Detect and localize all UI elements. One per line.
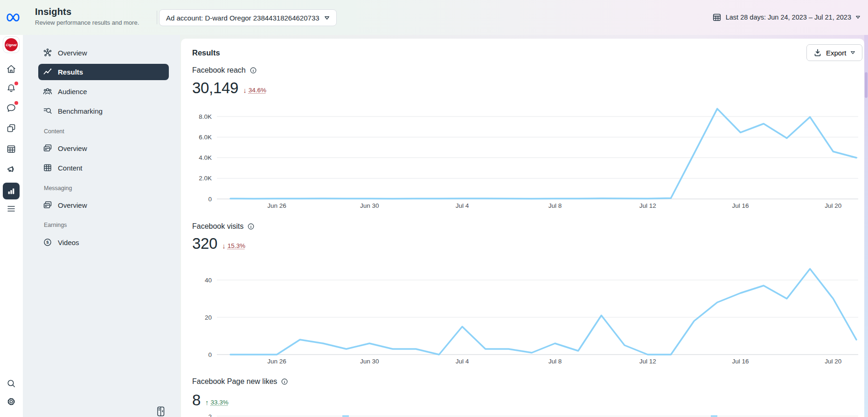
benchmark-search-icon [43, 106, 52, 116]
sidebar-item-content-overview[interactable]: Overview [38, 140, 169, 157]
svg-text:0: 0 [208, 196, 212, 203]
top-bar: Insights Review performance results and … [0, 0, 868, 35]
sidebar-section-earnings: Earnings [44, 222, 67, 228]
sidebar-item-label: Overview [58, 144, 87, 152]
meta-business-suite-insights: Insights Review performance results and … [0, 0, 868, 417]
messages-icon[interactable] [3, 100, 20, 116]
up-arrow-icon: ↑ [205, 398, 209, 406]
message-badge [14, 101, 18, 105]
info-icon[interactable] [247, 223, 255, 230]
page-scroll-track[interactable] [864, 35, 868, 417]
download-icon [813, 48, 822, 57]
metric-visits-label: Facebook visits [192, 222, 255, 231]
sidebar-item-messaging-overview[interactable]: Overview [38, 197, 169, 213]
info-icon[interactable] [250, 67, 257, 74]
svg-text:Jul 16: Jul 16 [732, 358, 749, 365]
scrollbar-thumb[interactable] [865, 72, 868, 98]
page-subtitle: Review performance results and more. [35, 19, 139, 26]
sidebar-item-label: Videos [58, 239, 79, 246]
metric-value: 30,149 [192, 80, 238, 96]
sidebar-item-benchmarking[interactable]: Benchmarking [38, 103, 169, 119]
sidebar-item-overview[interactable]: Overview [38, 45, 169, 61]
search-icon[interactable] [3, 375, 20, 392]
metric-visits-value-row: 320 ↓ 15.3% [192, 235, 245, 252]
svg-text:Jul 16: Jul 16 [732, 202, 749, 209]
collapse-sidebar-icon[interactable] [157, 406, 165, 417]
reach-line-chart[interactable]: 02.0K4.0K6.0K8.0KJun 26Jun 30Jul 4Jul 8J… [181, 106, 864, 212]
svg-text:Jul 4: Jul 4 [456, 358, 469, 365]
sidebar-section-messaging: Messaging [44, 185, 72, 191]
chevron-down-icon [324, 16, 330, 20]
insights-icon[interactable] [3, 183, 20, 199]
ads-icon[interactable] [3, 161, 20, 178]
svg-text:0: 0 [208, 351, 212, 358]
export-label: Export [826, 49, 846, 57]
hub-icon [43, 48, 52, 57]
svg-text:20: 20 [205, 314, 212, 321]
avatar-logo: Cignal [5, 38, 18, 51]
metric-title: Facebook visits [192, 222, 243, 231]
metric-title: Facebook Page new likes [192, 377, 277, 386]
export-button[interactable]: Export [806, 44, 862, 61]
home-icon[interactable] [3, 61, 20, 77]
sidebar-section-content: Content [44, 128, 64, 135]
sidebar-item-label: Audience [58, 88, 87, 96]
svg-text:Jul 4: Jul 4 [456, 202, 469, 209]
svg-text:Jun 30: Jun 30 [360, 202, 379, 209]
svg-text:Jul 12: Jul 12 [639, 358, 656, 365]
info-icon[interactable] [281, 378, 288, 385]
sidebar-item-results[interactable]: Results [38, 64, 169, 80]
notifications-icon[interactable] [3, 80, 20, 97]
sidebar-item-label: Results [58, 68, 83, 76]
down-arrow-icon: ↓ [222, 242, 226, 250]
metric-new-likes-label: Facebook Page new likes [192, 377, 288, 386]
delta-percent[interactable]: 34.6% [249, 87, 266, 94]
metric-delta: ↓ 15.3% [222, 242, 245, 250]
sidebar-item-videos[interactable]: $ Videos [38, 234, 169, 251]
svg-text:Jul 12: Jul 12 [639, 202, 656, 209]
svg-text:4.0K: 4.0K [199, 154, 212, 161]
down-arrow-icon: ↓ [243, 86, 247, 94]
date-range-label: Last 28 days: Jun 24, 2023 – Jul 21, 202… [726, 14, 851, 21]
metric-delta: ↓ 34.6% [243, 86, 266, 94]
svg-text:8.0K: 8.0K [199, 113, 212, 120]
new-likes-chart-partial[interactable]: 2 [181, 406, 864, 417]
svg-text:Jul 20: Jul 20 [825, 358, 841, 365]
business-avatar[interactable]: Cignal [3, 36, 20, 53]
card-icon [43, 200, 52, 210]
sidebar-item-content[interactable]: Content [38, 160, 169, 176]
metric-reach-label: Facebook reach [192, 66, 257, 75]
results-heading: Results [192, 48, 220, 57]
delta-percent[interactable]: 15.3% [228, 242, 245, 249]
sidebar-item-audience[interactable]: Audience [38, 83, 169, 100]
insights-sidebar: Overview Results Audience Ben [23, 35, 180, 417]
sidebar-item-label: Overview [58, 49, 87, 57]
calendar-icon [712, 13, 722, 22]
metric-delta: ↑ 33.3% [205, 398, 229, 406]
svg-text:6.0K: 6.0K [199, 134, 212, 141]
meta-logo[interactable] [4, 8, 22, 27]
meta-infinity-icon [4, 11, 22, 24]
date-range-selector[interactable]: Last 28 days: Jun 24, 2023 – Jul 21, 202… [712, 11, 861, 24]
people-icon [43, 87, 52, 96]
notification-badge [14, 82, 18, 85]
svg-text:Jun 26: Jun 26 [267, 202, 286, 209]
svg-text:$: $ [46, 239, 49, 245]
sidebar-item-label: Overview [58, 201, 87, 209]
svg-text:2.0K: 2.0K [199, 175, 212, 182]
results-panel: Results Export Facebook reach 30,149 ↓ 3… [181, 39, 864, 417]
posts-icon[interactable] [3, 120, 20, 137]
visits-line-chart[interactable]: 02040Jun 26Jun 30Jul 4Jul 8Jul 12Jul 16J… [181, 260, 864, 368]
chevron-down-icon [855, 15, 861, 19]
table-icon [43, 163, 52, 172]
ad-account-selector[interactable]: Ad account: D-ward Oregor 23844318264620… [159, 9, 337, 26]
metric-title: Facebook reach [192, 66, 246, 75]
metric-reach-value-row: 30,149 ↓ 34.6% [192, 80, 266, 96]
settings-icon[interactable] [3, 393, 20, 410]
planner-icon[interactable] [3, 141, 20, 157]
delta-percent[interactable]: 33.3% [211, 399, 229, 406]
header-title-block: Insights Review performance results and … [35, 7, 139, 26]
svg-text:Jul 8: Jul 8 [549, 202, 562, 209]
metric-value: 320 [192, 235, 217, 252]
all-tools-icon[interactable] [3, 200, 20, 217]
